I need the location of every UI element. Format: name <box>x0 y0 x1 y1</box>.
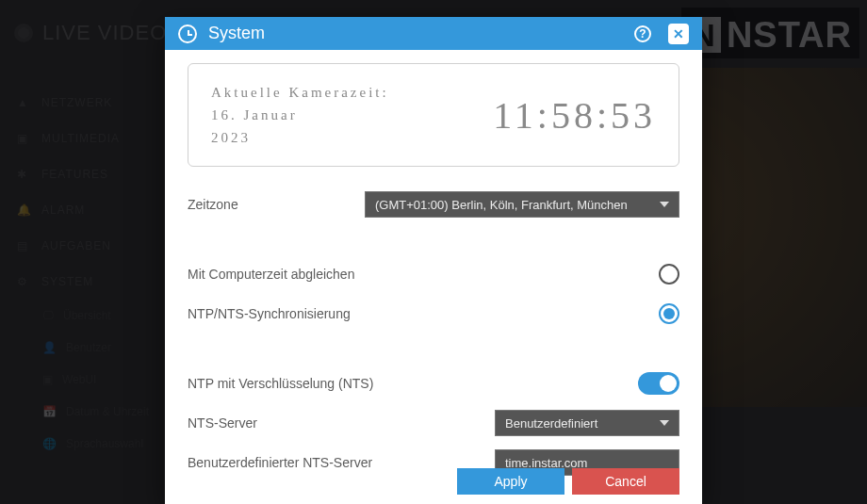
chevron-down-icon <box>660 202 669 207</box>
timezone-select[interactable]: (GMT+01:00) Berlin, Köln, Frankfurt, Mün… <box>365 191 679 218</box>
cancel-button[interactable]: Cancel <box>572 468 679 495</box>
time-date-2: 2023 <box>211 126 389 149</box>
nts-server-value: Benutzerdefiniert <box>505 416 597 431</box>
apply-button[interactable]: Apply <box>457 468 564 495</box>
clock-icon <box>178 24 197 43</box>
nts-server-label: NTS-Server <box>188 415 257 431</box>
current-time-panel: Aktuelle Kamerazeit: 16. Januar 2023 11:… <box>188 63 679 167</box>
custom-nts-label: Benutzerdefinierter NTS-Server <box>188 455 372 470</box>
modal-header: System ? ✕ <box>165 17 702 50</box>
cancel-button-label: Cancel <box>605 474 646 489</box>
nts-encrypt-toggle[interactable] <box>638 372 679 395</box>
system-modal: System ? ✕ Aktuelle Kamerazeit: 16. Janu… <box>165 17 702 504</box>
modal-footer: Apply Cancel <box>457 468 679 495</box>
help-icon[interactable]: ? <box>634 25 651 42</box>
sync-pc-label: Mit Computerzeit abgleichen <box>188 267 354 282</box>
ntp-sync-radio[interactable] <box>659 303 679 324</box>
timezone-label: Zeitzone <box>188 197 238 212</box>
chevron-down-icon <box>660 420 669 426</box>
close-icon[interactable]: ✕ <box>668 24 689 44</box>
ntp-sync-label: NTP/NTS-Synchronisierung <box>188 306 351 321</box>
modal-body: Aktuelle Kamerazeit: 16. Januar 2023 11:… <box>165 50 702 504</box>
time-heading: Aktuelle Kamerazeit: <box>211 81 389 104</box>
time-date-1: 16. Januar <box>211 104 389 126</box>
modal-title: System <box>208 24 265 43</box>
nts-server-select[interactable]: Benutzerdefiniert <box>495 410 679 436</box>
sync-pc-radio[interactable] <box>659 264 679 285</box>
time-clock: 11:58:53 <box>493 93 656 138</box>
timezone-value: (GMT+01:00) Berlin, Köln, Frankfurt, Mün… <box>375 198 628 212</box>
apply-button-label: Apply <box>494 474 527 489</box>
nts-encrypt-label: NTP mit Verschlüsselung (NTS) <box>188 376 373 391</box>
